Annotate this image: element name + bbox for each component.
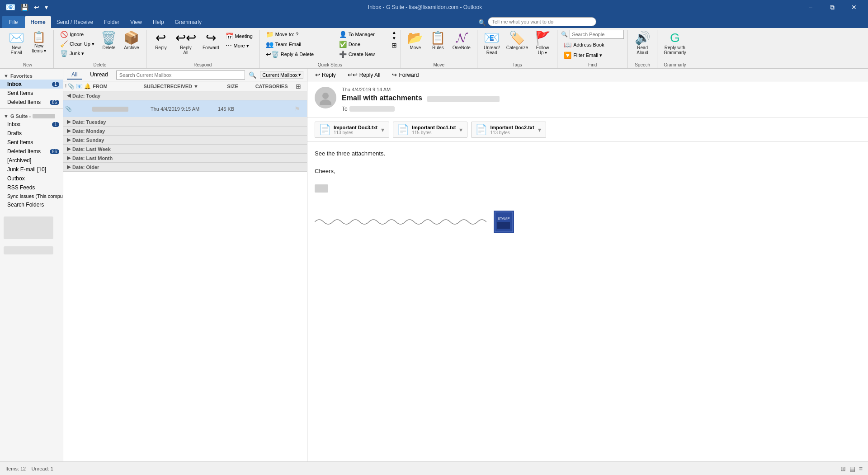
- received-column-header[interactable]: RECEIVED ▼: [167, 84, 227, 89]
- reply-delete-button[interactable]: ↩🗑️ Reply & Delete: [263, 50, 335, 59]
- forward-button[interactable]: ↪ Forward: [200, 30, 222, 52]
- tab-help[interactable]: Help: [147, 16, 170, 28]
- sidebar-item-sent[interactable]: Sent Items: [0, 138, 63, 147]
- expand-quick-steps-icon[interactable]: ⊞: [392, 42, 397, 49]
- done-button[interactable]: ✅ Done: [336, 40, 391, 49]
- email-row-0[interactable]: 📎 Email with attachments See the three a…: [63, 100, 307, 118]
- search-mailbox-icon[interactable]: 🔍: [249, 71, 256, 79]
- email-flag[interactable]: ⚑: [294, 105, 305, 113]
- compact-view-button[interactable]: ≡: [859, 465, 863, 472]
- cleanup-button[interactable]: 🧹 Clean Up ▾: [57, 39, 97, 48]
- move-to-icon: 📁: [266, 31, 274, 38]
- date-group-today[interactable]: ◀ Date: Today: [63, 91, 307, 100]
- attachment-size-2: 113 bytes: [490, 130, 534, 135]
- team-email-button[interactable]: 👥 Team Email: [263, 40, 335, 49]
- avatar-silhouette: [318, 90, 333, 105]
- junk-button[interactable]: 🗑️ Junk ▾: [57, 49, 97, 58]
- unread-read-button[interactable]: 📧 Unread/Read: [481, 30, 503, 57]
- scroll-down-icon[interactable]: ▼: [392, 36, 396, 41]
- follow-up-button[interactable]: 🚩 FollowUp ▾: [532, 30, 553, 57]
- tab-home[interactable]: Home: [25, 16, 51, 28]
- tab-view[interactable]: View: [125, 16, 147, 28]
- date-group-monday[interactable]: ▶ Date: Monday: [63, 127, 307, 136]
- address-book-button[interactable]: 📖 Address Book: [561, 40, 607, 49]
- filter-tab-all[interactable]: All: [67, 71, 82, 80]
- tags-buttons: 📧 Unread/Read 🏷️ Categorize 🚩 FollowUp ▾: [481, 30, 553, 62]
- sidebar-item-deleted-favorites[interactable]: Deleted Items 86: [0, 98, 63, 107]
- reading-view-button[interactable]: ▤: [849, 465, 855, 472]
- qa-dropdown-button[interactable]: ▾: [43, 3, 50, 12]
- delete-button[interactable]: 🗑️ Delete: [98, 30, 120, 52]
- sidebar-item-sync-issues[interactable]: Sync Issues (This computer...: [0, 192, 63, 200]
- search-mailbox-input[interactable]: [116, 71, 245, 80]
- attachment-chip-1[interactable]: 📄 Important Doc1.txt 115 bytes ▾: [393, 122, 467, 138]
- more-respond-button[interactable]: ⋯ More ▾: [223, 41, 255, 50]
- save-button[interactable]: 💾: [19, 3, 30, 12]
- undo-button[interactable]: ↩: [32, 3, 41, 12]
- tab-grammarly[interactable]: Grammarly: [170, 16, 207, 28]
- sidebar-item-archived[interactable]: [Archived]: [0, 156, 63, 165]
- date-group-sunday[interactable]: ▶ Date: Sunday: [63, 136, 307, 145]
- sidebar-item-gsuite-inbox[interactable]: Inbox 1: [0, 120, 63, 129]
- tab-folder[interactable]: Folder: [99, 16, 125, 28]
- ribbon-search-input[interactable]: [488, 17, 596, 26]
- favorites-header[interactable]: ▼ Favorites: [0, 71, 63, 80]
- archive-button[interactable]: 📦 Archive: [121, 30, 142, 52]
- tab-send-receive[interactable]: Send / Receive: [51, 16, 99, 28]
- rp-reply-all-button[interactable]: ↩↩ Reply All: [344, 70, 385, 80]
- attachment-file-icon-1: 📄: [397, 124, 409, 136]
- move-to-button[interactable]: 📁 Move to: ?: [263, 30, 335, 39]
- gsuite-header[interactable]: ▼ G Suite -: [0, 111, 63, 120]
- scroll-up-icon[interactable]: ▲: [392, 30, 396, 35]
- meeting-button[interactable]: 📅 Meeting: [223, 32, 255, 41]
- restore-button[interactable]: ⧉: [822, 0, 843, 14]
- date-group-last-week[interactable]: ▶ Date: Last Week: [63, 145, 307, 154]
- date-group-older[interactable]: ▶ Date: Older: [63, 163, 307, 172]
- move-button[interactable]: 📂 Move: [405, 30, 426, 52]
- ignore-button[interactable]: 🚫 Ignore: [57, 30, 97, 39]
- read-aloud-button[interactable]: 🔊 ReadAloud: [632, 30, 653, 57]
- reply-button[interactable]: ↩ Reply: [150, 30, 172, 52]
- sidebar-item-deleted[interactable]: Deleted Items 86: [0, 147, 63, 156]
- new-items-button[interactable]: 📋 NewItems ▾: [28, 30, 50, 55]
- close-button[interactable]: ✕: [844, 0, 864, 14]
- sidebar-item-sent-favorites[interactable]: Sent Items: [0, 89, 63, 98]
- minimize-button[interactable]: –: [800, 0, 821, 14]
- meeting-icon: 📅: [226, 33, 233, 40]
- sidebar-item-search-folders[interactable]: Search Folders: [0, 200, 63, 209]
- attachment-chip-2[interactable]: 📄 Important Doc2.txt 113 bytes ▾: [471, 122, 546, 138]
- attachment-chip-0[interactable]: 📄 Important Doc3.txt 113 bytes ▾: [315, 122, 389, 138]
- date-group-last-month[interactable]: ▶ Date: Last Month: [63, 154, 307, 163]
- onenote-button[interactable]: 𝓝 OneNote: [450, 30, 473, 52]
- sidebar-item-junk[interactable]: Junk E-mail [10]: [0, 165, 63, 174]
- to-manager-button[interactable]: 👤 To Manager: [336, 30, 391, 39]
- grammarly-icon: G: [670, 32, 680, 44]
- normal-view-button[interactable]: ⊞: [840, 465, 846, 472]
- sidebar-item-outbox[interactable]: Outbox: [0, 174, 63, 183]
- rp-reply-button[interactable]: ↩ Reply: [311, 70, 340, 80]
- mailbox-selector[interactable]: Current Mailbox ▾: [260, 71, 303, 79]
- tab-file[interactable]: File: [2, 16, 25, 28]
- attachment-dropdown-1[interactable]: ▾: [458, 126, 463, 133]
- reply-all-label: ReplyAll: [180, 45, 192, 55]
- reply-with-grammarly-button[interactable]: G Reply withGrammarly: [661, 30, 689, 57]
- create-new-button[interactable]: ➕ Create New: [336, 50, 391, 59]
- attachment-dropdown-2[interactable]: ▾: [537, 126, 542, 133]
- from-column-header[interactable]: FROM: [91, 84, 143, 89]
- rp-forward-button[interactable]: ↪ Forward: [388, 70, 423, 80]
- date-group-tuesday[interactable]: ▶ Date: Tuesday: [63, 118, 307, 127]
- outlook-icon: 📧: [4, 1, 17, 13]
- search-people-input[interactable]: [570, 30, 624, 39]
- attachment-dropdown-0[interactable]: ▾: [380, 126, 385, 133]
- new-email-button[interactable]: ✉️ NewEmail: [5, 30, 27, 57]
- sidebar-item-inbox-favorites[interactable]: Inbox 1: [0, 80, 63, 89]
- sidebar-item-drafts[interactable]: Drafts: [0, 129, 63, 138]
- filter-column-icon[interactable]: ⊞: [296, 83, 305, 90]
- filter-email-button[interactable]: 🔽 Filter Email ▾: [561, 51, 605, 60]
- date-group-older-arrow: ▶: [67, 164, 71, 170]
- sidebar-item-rss[interactable]: RSS Feeds: [0, 183, 63, 192]
- reply-all-button[interactable]: ↩↩ ReplyAll: [173, 30, 199, 57]
- rules-button[interactable]: 📋 Rules: [427, 30, 449, 52]
- filter-tab-unread[interactable]: Unread: [85, 71, 112, 80]
- categorize-button[interactable]: 🏷️ Categorize: [504, 30, 531, 52]
